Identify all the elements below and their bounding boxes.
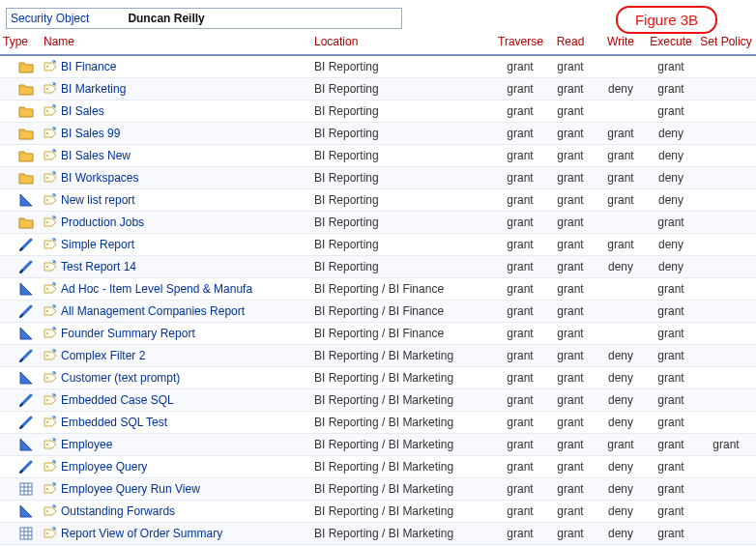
name-link[interactable]: Test Report 14	[61, 260, 136, 273]
name-link[interactable]: Customer (text prompt)	[61, 371, 180, 385]
write-cell	[596, 323, 646, 345]
table-row[interactable]: Employee Query Run ViewBI Reporting / BI…	[0, 478, 756, 501]
write-cell: grant	[596, 145, 646, 167]
name-cell: BI Sales	[41, 101, 311, 123]
name-link[interactable]: Ad Hoc - Item Level Spend & Manufa	[61, 282, 252, 296]
name-link[interactable]: Employee	[61, 438, 112, 451]
type-cell	[0, 301, 41, 323]
traverse-cell: grant	[495, 256, 545, 278]
tag-icon	[44, 126, 59, 141]
name-link[interactable]: Outstanding Forwards	[61, 504, 175, 518]
name-cell: Test Report 14	[41, 256, 311, 278]
read-cell: grant	[545, 412, 596, 434]
tag-icon	[44, 281, 59, 297]
table-row[interactable]: BI SalesBI Reportinggrantgrantgrant	[0, 101, 756, 123]
table-row[interactable]: BI Sales NewBI Reportinggrantgrantgrantd…	[0, 145, 756, 167]
type-cell	[0, 101, 41, 123]
table-row[interactable]: BI FinanceBI Reportinggrantgrantgrant	[0, 55, 756, 78]
table-row[interactable]: Founder Summary ReportBI Reporting / BI …	[0, 323, 756, 345]
table-row[interactable]: Embedded SQL TestBI Reporting / BI Marke…	[0, 412, 756, 434]
folder-icon	[18, 126, 34, 141]
name-cell: Customer (text prompt)	[41, 367, 311, 389]
table-row[interactable]: Customer (text prompt)BI Reporting / BI …	[0, 367, 756, 389]
tag-icon	[44, 259, 59, 274]
col-traverse[interactable]: Traverse	[495, 31, 545, 55]
location-cell: BI Reporting / BI Finance	[311, 301, 495, 323]
name-link[interactable]: All Management Companies Report	[61, 304, 245, 318]
name-link[interactable]: Employee Query Run View	[61, 482, 200, 496]
execute-cell: grant	[646, 412, 696, 434]
table-row[interactable]: Test Report 14BI Reportinggrantgrantdeny…	[0, 256, 756, 278]
name-link[interactable]: BI Marketing	[61, 82, 126, 96]
name-link[interactable]: BI Sales 99	[61, 127, 120, 140]
col-name[interactable]: Name	[41, 31, 311, 55]
name-link[interactable]: New list report	[61, 193, 135, 207]
table-row[interactable]: Outstanding ForwardsBI Reporting / BI Ma…	[0, 501, 756, 523]
tag-icon	[44, 392, 59, 408]
type-cell	[0, 323, 41, 345]
name-cell: Ad Hoc - Item Level Spend & Manufa	[41, 278, 311, 301]
execute-cell: grant	[646, 478, 696, 501]
table-row[interactable]: Report View of Order SummaryBI Reporting…	[0, 523, 756, 545]
folder-icon	[18, 59, 34, 74]
table-row[interactable]: Production JobsBI Reportinggrantgrantgra…	[0, 212, 756, 234]
name-link[interactable]: Report View of Order Summary	[61, 527, 222, 540]
name-link[interactable]: Embedded Case SQL	[61, 393, 174, 407]
location-cell: BI Reporting	[311, 145, 495, 167]
location-cell: BI Reporting	[311, 212, 495, 234]
execute-cell: deny	[646, 256, 696, 278]
type-cell	[0, 434, 41, 456]
table-row[interactable]: EmployeeBI Reporting / BI Marketinggrant…	[0, 434, 756, 456]
name-cell: BI Finance	[41, 55, 311, 78]
table-row[interactable]: Embedded Case SQLBI Reporting / BI Marke…	[0, 389, 756, 412]
name-link[interactable]: Employee Query	[61, 460, 147, 474]
setpolicy-cell	[696, 523, 756, 545]
name-cell: BI Sales 99	[41, 123, 311, 145]
read-cell: grant	[545, 234, 596, 256]
col-type[interactable]: Type	[0, 31, 41, 55]
read-cell: grant	[545, 55, 596, 78]
col-write[interactable]: Write	[596, 31, 646, 55]
setpolicy-cell	[696, 123, 756, 145]
type-cell	[0, 256, 41, 278]
name-cell: Embedded SQL Test	[41, 412, 311, 434]
col-read[interactable]: Read	[545, 31, 596, 55]
pen-icon	[18, 259, 34, 274]
read-cell: grant	[545, 167, 596, 189]
figure-label: Figure 3B	[616, 6, 717, 34]
name-link[interactable]: Founder Summary Report	[61, 327, 195, 340]
execute-cell: grant	[646, 323, 696, 345]
table-row[interactable]: Employee QueryBI Reporting / BI Marketin…	[0, 456, 756, 478]
write-cell	[596, 55, 646, 78]
write-cell	[596, 212, 646, 234]
read-cell: grant	[545, 323, 596, 345]
table-row[interactable]: BI WorkspacesBI Reportinggrantgrantgrant…	[0, 167, 756, 189]
table-row[interactable]: Complex Filter 2BI Reporting / BI Market…	[0, 345, 756, 367]
read-cell: grant	[545, 456, 596, 478]
name-link[interactable]: BI Finance	[61, 60, 116, 73]
name-link[interactable]: Production Jobs	[61, 216, 144, 229]
traverse-cell: grant	[495, 123, 545, 145]
name-link[interactable]: BI Workspaces	[61, 171, 138, 185]
table-row[interactable]: New list reportBI Reportinggrantgrantgra…	[0, 189, 756, 212]
table-row[interactable]: BI Sales 99BI Reportinggrantgrantgrantde…	[0, 123, 756, 145]
table-row[interactable]: All Management Companies ReportBI Report…	[0, 301, 756, 323]
name-link[interactable]: BI Sales New	[61, 149, 131, 162]
setpolicy-cell	[696, 501, 756, 523]
col-execute[interactable]: Execute	[646, 31, 696, 55]
setpolicy-cell	[696, 101, 756, 123]
table-row[interactable]: BI MarketingBI Reportinggrantgrantdenygr…	[0, 78, 756, 101]
table-row[interactable]: Simple ReportBI Reportinggrantgrantgrant…	[0, 234, 756, 256]
setpolicy-cell	[696, 189, 756, 212]
type-cell	[0, 367, 41, 389]
table-row[interactable]: Ad Hoc - Item Level Spend & ManufaBI Rep…	[0, 278, 756, 301]
write-cell: deny	[596, 478, 646, 501]
name-link[interactable]: BI Sales	[61, 104, 104, 118]
name-link[interactable]: Simple Report	[61, 238, 134, 251]
name-link[interactable]: Complex Filter 2	[61, 349, 145, 362]
name-link[interactable]: Embedded SQL Test	[61, 416, 167, 429]
folder-icon	[18, 148, 34, 163]
execute-cell: grant	[646, 212, 696, 234]
col-setpolicy[interactable]: Set Policy	[696, 31, 756, 55]
col-location[interactable]: Location	[311, 31, 495, 55]
